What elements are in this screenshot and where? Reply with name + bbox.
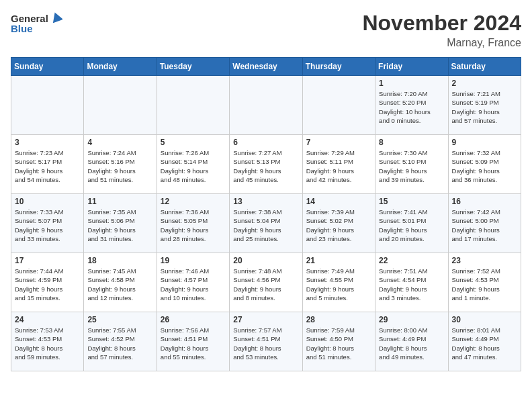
calendar-cell: 7Sunrise: 7:29 AM Sunset: 5:11 PM Daylig… xyxy=(302,135,375,194)
day-number: 13 xyxy=(233,197,298,206)
calendar-cell: 8Sunrise: 7:30 AM Sunset: 5:10 PM Daylig… xyxy=(375,135,448,194)
calendar-cell xyxy=(302,76,375,135)
day-info: Sunrise: 7:23 AM Sunset: 5:17 PM Dayligh… xyxy=(15,148,80,184)
day-info: Sunrise: 7:53 AM Sunset: 4:53 PM Dayligh… xyxy=(15,326,80,361)
calendar-cell: 19Sunrise: 7:46 AM Sunset: 4:57 PM Dayli… xyxy=(157,253,229,312)
day-info: Sunrise: 7:52 AM Sunset: 4:53 PM Dayligh… xyxy=(452,267,517,302)
calendar-cell: 22Sunrise: 7:51 AM Sunset: 4:54 PM Dayli… xyxy=(375,253,448,312)
day-info: Sunrise: 7:38 AM Sunset: 5:04 PM Dayligh… xyxy=(233,208,298,243)
calendar-cell: 2Sunrise: 7:21 AM Sunset: 5:19 PM Daylig… xyxy=(448,76,521,135)
logo-triangle-icon xyxy=(50,11,62,23)
day-info: Sunrise: 7:30 AM Sunset: 5:10 PM Dayligh… xyxy=(379,148,444,184)
day-info: Sunrise: 7:39 AM Sunset: 5:02 PM Dayligh… xyxy=(306,208,371,243)
calendar-cell: 1Sunrise: 7:20 AM Sunset: 5:20 PM Daylig… xyxy=(375,76,448,135)
day-of-week-header: Wednesday xyxy=(230,58,302,76)
day-number: 12 xyxy=(161,197,226,206)
day-info: Sunrise: 7:42 AM Sunset: 5:00 PM Dayligh… xyxy=(452,208,517,243)
calendar-cell: 3Sunrise: 7:23 AM Sunset: 5:17 PM Daylig… xyxy=(11,135,84,194)
calendar-cell: 27Sunrise: 7:57 AM Sunset: 4:51 PM Dayli… xyxy=(230,312,302,371)
day-number: 1 xyxy=(379,79,444,88)
day-info: Sunrise: 7:57 AM Sunset: 4:51 PM Dayligh… xyxy=(233,326,298,361)
day-number: 18 xyxy=(87,256,152,265)
calendar-cell: 26Sunrise: 7:56 AM Sunset: 4:51 PM Dayli… xyxy=(157,312,229,371)
day-of-week-header: Friday xyxy=(375,58,448,76)
day-number: 5 xyxy=(161,138,226,147)
calendar-cell: 17Sunrise: 7:44 AM Sunset: 4:59 PM Dayli… xyxy=(11,253,84,312)
day-number: 9 xyxy=(452,138,517,147)
logo: General Blue xyxy=(11,11,62,34)
calendar-cell: 21Sunrise: 7:49 AM Sunset: 4:55 PM Dayli… xyxy=(302,253,375,312)
day-number: 11 xyxy=(87,197,152,206)
day-number: 26 xyxy=(161,315,226,324)
day-info: Sunrise: 7:36 AM Sunset: 5:05 PM Dayligh… xyxy=(161,208,226,243)
day-of-week-header: Tuesday xyxy=(157,58,229,76)
day-info: Sunrise: 7:26 AM Sunset: 5:14 PM Dayligh… xyxy=(161,148,226,184)
day-number: 3 xyxy=(15,138,80,147)
calendar-cell: 24Sunrise: 7:53 AM Sunset: 4:53 PM Dayli… xyxy=(11,312,84,371)
calendar-week-row: 10Sunrise: 7:33 AM Sunset: 5:07 PM Dayli… xyxy=(11,194,521,253)
day-info: Sunrise: 8:00 AM Sunset: 4:49 PM Dayligh… xyxy=(379,326,444,361)
calendar-cell: 14Sunrise: 7:39 AM Sunset: 5:02 PM Dayli… xyxy=(302,194,375,253)
day-info: Sunrise: 7:59 AM Sunset: 4:50 PM Dayligh… xyxy=(306,326,371,361)
calendar-cell: 29Sunrise: 8:00 AM Sunset: 4:49 PM Dayli… xyxy=(375,312,448,371)
day-info: Sunrise: 7:49 AM Sunset: 4:55 PM Dayligh… xyxy=(306,267,371,302)
day-number: 24 xyxy=(15,315,80,324)
day-info: Sunrise: 7:48 AM Sunset: 4:56 PM Dayligh… xyxy=(233,267,298,302)
day-number: 15 xyxy=(379,197,444,206)
day-number: 22 xyxy=(379,256,444,265)
logo-blue-text: Blue xyxy=(11,23,33,34)
calendar-cell: 9Sunrise: 7:32 AM Sunset: 5:09 PM Daylig… xyxy=(448,135,521,194)
calendar-cell: 30Sunrise: 8:01 AM Sunset: 4:49 PM Dayli… xyxy=(448,312,521,371)
calendar-cell: 6Sunrise: 7:27 AM Sunset: 5:13 PM Daylig… xyxy=(230,135,302,194)
calendar-cell: 10Sunrise: 7:33 AM Sunset: 5:07 PM Dayli… xyxy=(11,194,84,253)
svg-marker-0 xyxy=(50,11,62,23)
day-info: Sunrise: 7:46 AM Sunset: 4:57 PM Dayligh… xyxy=(161,267,226,302)
day-info: Sunrise: 7:24 AM Sunset: 5:16 PM Dayligh… xyxy=(87,148,152,184)
day-info: Sunrise: 7:20 AM Sunset: 5:20 PM Dayligh… xyxy=(379,89,444,125)
day-of-week-header: Thursday xyxy=(302,58,375,76)
calendar-cell: 13Sunrise: 7:38 AM Sunset: 5:04 PM Dayli… xyxy=(230,194,302,253)
day-info: Sunrise: 7:32 AM Sunset: 5:09 PM Dayligh… xyxy=(452,148,517,184)
calendar-table: SundayMondayTuesdayWednesdayThursdayFrid… xyxy=(11,57,521,371)
day-number: 30 xyxy=(452,315,517,324)
day-number: 23 xyxy=(452,256,517,265)
calendar-cell: 12Sunrise: 7:36 AM Sunset: 5:05 PM Dayli… xyxy=(157,194,229,253)
day-number: 4 xyxy=(87,138,152,147)
calendar-cell: 4Sunrise: 7:24 AM Sunset: 5:16 PM Daylig… xyxy=(84,135,157,194)
day-number: 28 xyxy=(306,315,371,324)
day-number: 19 xyxy=(161,256,226,265)
day-number: 10 xyxy=(15,197,80,206)
calendar-week-row: 24Sunrise: 7:53 AM Sunset: 4:53 PM Dayli… xyxy=(11,312,521,371)
day-of-week-header: Saturday xyxy=(448,58,521,76)
day-number: 8 xyxy=(379,138,444,147)
calendar-cell: 28Sunrise: 7:59 AM Sunset: 4:50 PM Dayli… xyxy=(302,312,375,371)
logo-general-text: General xyxy=(11,13,48,24)
title-block: November 2024 Marnay, France xyxy=(362,11,521,49)
day-number: 7 xyxy=(306,138,371,147)
day-info: Sunrise: 7:29 AM Sunset: 5:11 PM Dayligh… xyxy=(306,148,371,184)
day-number: 20 xyxy=(233,256,298,265)
calendar-cell: 25Sunrise: 7:55 AM Sunset: 4:52 PM Dayli… xyxy=(84,312,157,371)
day-info: Sunrise: 7:33 AM Sunset: 5:07 PM Dayligh… xyxy=(15,208,80,243)
day-number: 21 xyxy=(306,256,371,265)
calendar-cell: 16Sunrise: 7:42 AM Sunset: 5:00 PM Dayli… xyxy=(448,194,521,253)
day-info: Sunrise: 7:41 AM Sunset: 5:01 PM Dayligh… xyxy=(379,208,444,243)
calendar-week-row: 3Sunrise: 7:23 AM Sunset: 5:17 PM Daylig… xyxy=(11,135,521,194)
day-of-week-header: Sunday xyxy=(11,58,84,76)
calendar-cell xyxy=(230,76,302,135)
day-info: Sunrise: 7:51 AM Sunset: 4:54 PM Dayligh… xyxy=(379,267,444,302)
day-number: 17 xyxy=(15,256,80,265)
calendar-week-row: 1Sunrise: 7:20 AM Sunset: 5:20 PM Daylig… xyxy=(11,76,521,135)
calendar-cell: 18Sunrise: 7:45 AM Sunset: 4:58 PM Dayli… xyxy=(84,253,157,312)
day-info: Sunrise: 8:01 AM Sunset: 4:49 PM Dayligh… xyxy=(452,326,517,361)
day-info: Sunrise: 7:35 AM Sunset: 5:06 PM Dayligh… xyxy=(87,208,152,243)
day-number: 25 xyxy=(87,315,152,324)
day-number: 27 xyxy=(233,315,298,324)
calendar-cell xyxy=(11,76,84,135)
calendar-week-row: 17Sunrise: 7:44 AM Sunset: 4:59 PM Dayli… xyxy=(11,253,521,312)
day-of-week-header: Monday xyxy=(84,58,157,76)
day-number: 2 xyxy=(452,79,517,88)
day-number: 14 xyxy=(306,197,371,206)
day-info: Sunrise: 7:45 AM Sunset: 4:58 PM Dayligh… xyxy=(87,267,152,302)
calendar-cell: 11Sunrise: 7:35 AM Sunset: 5:06 PM Dayli… xyxy=(84,194,157,253)
